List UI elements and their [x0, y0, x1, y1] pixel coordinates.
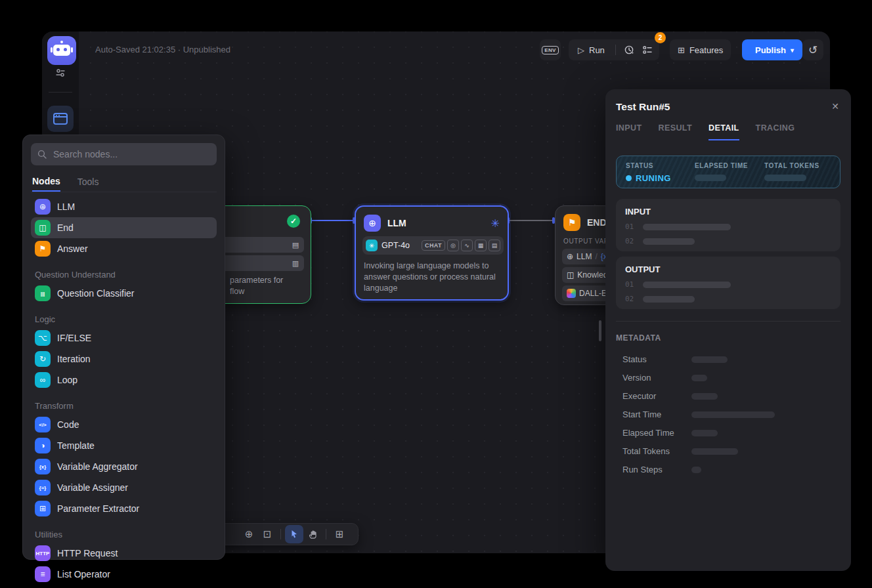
node-item-label: Parameter Extractor — [57, 503, 139, 514]
preview-panel-button[interactable] — [47, 106, 74, 132]
skeleton-bar — [643, 238, 695, 245]
checklist-count-badge: 2 — [655, 32, 666, 43]
publish-button[interactable]: Publish ▾ — [742, 39, 802, 60]
node-item-llm[interactable]: ⊕ LLM — [31, 196, 217, 217]
loading-spinner-icon: ✳ — [491, 217, 500, 230]
tab-detail[interactable]: DETAIL — [708, 123, 739, 140]
copy-icon[interactable]: ▥ — [290, 257, 301, 269]
http-request-icon: HTTP — [35, 545, 51, 561]
node-item-if-else[interactable]: ⌥ IF/ELSE — [31, 327, 217, 348]
variable-source: Knowled — [577, 270, 607, 280]
knowledge-icon: ◫ — [567, 270, 574, 280]
metadata-row: Total Tokens — [622, 446, 840, 456]
node-item-label: Loop — [57, 375, 77, 385]
features-button[interactable]: ⊞ Features — [670, 39, 731, 60]
env-button[interactable]: ENV — [540, 39, 561, 60]
metadata-row: Elapsed Time — [622, 428, 840, 438]
node-item-variable-aggregator[interactable]: {x} Variable Aggregator — [31, 456, 217, 477]
canvas-scrollbar[interactable] — [599, 320, 601, 341]
metadata-label: Total Tokens — [622, 446, 670, 456]
model-selector[interactable]: ✳ GPT-4o CHAT ◎ ∿ ▦ ▤ — [362, 236, 504, 255]
app-logo[interactable] — [47, 36, 76, 65]
sliders-icon[interactable] — [55, 68, 66, 81]
variable-aggregator-icon: {x} — [35, 459, 51, 474]
llm-node[interactable]: ⊕ LLM ✳ ✳ GPT-4o CHAT ◎ ∿ ▦ ▤ Invoking l… — [355, 205, 509, 301]
total-tokens-label: TOTAL TOKENS — [764, 162, 819, 169]
end-icon: ◫ — [35, 220, 51, 236]
skeleton-bar — [691, 356, 728, 363]
add-node-button[interactable]: ⊕ — [240, 525, 258, 543]
node-item-variable-assigner[interactable]: {=} Variable Assigner — [31, 477, 217, 498]
node-item-label: LLM — [57, 201, 75, 212]
node-item-parameter-extractor[interactable]: ⊞ Parameter Extractor — [31, 498, 217, 519]
tab-tools[interactable]: Tools — [77, 172, 99, 192]
chat-mode-badge: CHAT — [422, 240, 445, 251]
run-history-button[interactable] — [620, 41, 638, 59]
metadata-label: Executor — [622, 391, 656, 401]
metadata-title: METADATA — [616, 333, 661, 343]
list-operator-icon: ≡ — [35, 566, 51, 582]
search-box[interactable] — [31, 143, 217, 165]
separator: / — [595, 252, 597, 261]
node-item-answer[interactable]: ⚑ Answer — [31, 238, 217, 259]
tokens-column: TOTAL TOKENS — [764, 162, 819, 181]
search-input[interactable] — [52, 148, 210, 160]
node-item-end[interactable]: ◫ End — [31, 217, 217, 238]
metadata-row: Start Time — [622, 410, 840, 419]
hand-tool-button[interactable] — [303, 525, 322, 543]
metadata-label: Run Steps — [622, 465, 663, 474]
node-item-question-classifier[interactable]: ||| Question Classifier — [31, 283, 217, 304]
node-search-panel: Nodes Tools ⊕ LLM ◫ End ⚑ Answer Questio… — [22, 135, 225, 560]
skeleton-bar — [764, 175, 806, 181]
robot-face-icon — [53, 45, 70, 56]
organize-nodes-button[interactable]: ⊞ — [330, 525, 349, 543]
openai-icon: ✳ — [366, 240, 378, 251]
node-item-label: IF/ELSE — [57, 333, 91, 343]
node-item-code[interactable]: </> Code — [31, 414, 217, 435]
skeleton-bar — [691, 430, 718, 436]
tab-nodes[interactable]: Nodes — [32, 172, 60, 192]
pointer-tool-button[interactable] — [285, 525, 303, 543]
run-group: ▷ Run — [569, 39, 659, 60]
skeleton-bar — [695, 175, 726, 181]
node-item-loop[interactable]: ∞ Loop — [31, 369, 217, 390]
llm-icon: ⊕ — [567, 252, 573, 261]
checklist-button[interactable] — [638, 41, 657, 59]
node-list: ⊕ LLM ◫ End ⚑ Answer Question Understand… — [31, 196, 217, 585]
tab-tracing[interactable]: TRACING — [756, 123, 795, 140]
node-item-template[interactable]: ◑ Template — [31, 435, 217, 456]
metadata-label: Status — [622, 354, 647, 364]
end-flag-icon: ⚑ — [563, 214, 580, 231]
run-button[interactable]: ▷ Run — [571, 45, 611, 55]
test-run-panel: Test Run#5 ✕ INPUT RESULT DETAIL TRACING… — [605, 89, 851, 571]
variable-source: DALL-E — [579, 289, 607, 298]
tab-input[interactable]: INPUT — [616, 123, 642, 140]
close-icon[interactable]: ✕ — [831, 101, 839, 112]
chevron-down-icon: ▾ — [791, 47, 794, 54]
toolbar-divider — [280, 529, 281, 539]
input-title: INPUT — [625, 207, 831, 217]
document-icon[interactable]: ▤ — [290, 239, 301, 251]
code-icon: </> — [35, 417, 51, 432]
autosave-status: Auto-Saved 21:02:35 · Unpublished — [95, 45, 230, 54]
section-question-understand: Question Understand — [31, 266, 217, 283]
document-icon: ▤ — [489, 240, 500, 251]
node-item-http-request[interactable]: HTTP HTTP Request — [31, 543, 217, 564]
add-note-button[interactable]: ⊡ — [258, 525, 276, 543]
version-history-button[interactable]: ↺ — [802, 39, 823, 60]
variable-assigner-icon: {=} — [35, 480, 51, 495]
row-number: 01 — [625, 280, 634, 289]
play-icon: ▷ — [578, 45, 584, 55]
node-item-iteration[interactable]: ↻ Iteration — [31, 348, 217, 369]
end-node-title: END — [587, 217, 607, 228]
start-node-description-line1: parameters for — [230, 275, 283, 286]
skeleton-bar — [691, 411, 775, 418]
metadata-label: Version — [622, 373, 651, 383]
model-name: GPT-4o — [381, 241, 410, 250]
tab-result[interactable]: RESULT — [659, 123, 692, 140]
node-item-list-operator[interactable]: ≡ List Operator — [31, 564, 217, 585]
node-item-label: HTTP Request — [57, 548, 118, 558]
node-item-label: Iteration — [57, 354, 91, 364]
run-button-label: Run — [589, 45, 605, 55]
node-item-label: List Operator — [57, 569, 110, 579]
